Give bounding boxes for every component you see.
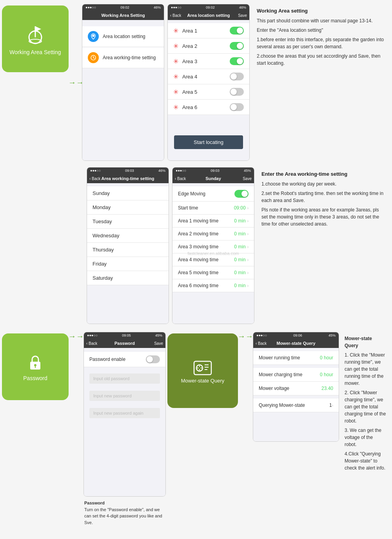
- mower-desc: Mower-state Query 1. Click the "Mower ru…: [341, 332, 390, 477]
- mower-voltage-label: Mower voltage: [259, 386, 321, 391]
- status-bar-s2p1: ●●●○○ 09:03 46%: [87, 168, 169, 174]
- mower-running-value: 0 hour: [320, 355, 333, 361]
- chevron-icon3: ›: [247, 232, 249, 236]
- save-btn-pw[interactable]: Save: [154, 341, 163, 346]
- arrow-icon: →→: [68, 78, 84, 87]
- area-item-3[interactable]: ✳ Area 3: [168, 54, 249, 69]
- area-item-4[interactable]: ✳ Area 4: [168, 69, 249, 84]
- section2: ●●●○○ 09:03 46% ‹ Back Area working-time…: [0, 165, 392, 328]
- day-thursday[interactable]: Thursday: [87, 243, 169, 257]
- phone-body-s2p2: Edge Moving Start time 09:00 › Area 1 mo…: [172, 183, 254, 324]
- nav-bar-s2p1: ‹ Back Area working-time setting: [87, 174, 169, 183]
- day-wednesday[interactable]: Wednesday: [87, 229, 169, 243]
- phone1-section2: ●●●○○ 09:03 46% ‹ Back Area working-time…: [87, 167, 169, 324]
- mower-desc-p1: 1. Click the "Mower running time", we ca…: [345, 351, 386, 387]
- carrier2: ●●●○○: [171, 5, 181, 9]
- nav-title-s2p2: Sunday: [205, 176, 221, 181]
- day-tuesday[interactable]: Tuesday: [87, 215, 169, 229]
- area3-time-row[interactable]: Area 3 moving time 0 min ›: [172, 240, 254, 253]
- area6-time-row[interactable]: Area 6 moving time 0 min ›: [172, 279, 254, 292]
- start-locating-button[interactable]: Start locating: [174, 135, 243, 149]
- mower-tile-label: Mower-state Query: [181, 378, 225, 384]
- svg-point-4: [92, 35, 94, 37]
- area4-time-row[interactable]: Area 4 moving time 0 min ›: [172, 253, 254, 266]
- menu-item-area-time[interactable]: Area working-time setting: [82, 47, 164, 68]
- menu-item-area-location[interactable]: Area location setting: [82, 26, 164, 47]
- desc2-title: Enter the Area working-time setting: [261, 170, 386, 178]
- area1-time-value: 0 min: [234, 218, 245, 224]
- pw-desc-title: Password: [84, 501, 105, 505]
- phone-body: Area location setting Area working-time …: [82, 20, 164, 160]
- time: 09:05: [122, 333, 131, 337]
- area-item-2[interactable]: ✳ Area 2: [168, 38, 249, 54]
- chevron-mower: ›: [332, 403, 333, 408]
- area-label-2: Area 2: [182, 43, 230, 49]
- mower-voltage-row[interactable]: Mower voltage 23.40: [253, 382, 339, 395]
- back-btn-pw[interactable]: ‹ Back: [86, 341, 97, 346]
- password-tile-label: Password: [23, 375, 47, 381]
- chevron-icon6: ›: [247, 271, 249, 275]
- password-enable-row[interactable]: Password enable: [84, 352, 165, 367]
- area-star-3: ✳: [173, 58, 178, 65]
- section2-desc: Enter the Area working-time setting 1.ch…: [258, 167, 390, 324]
- area5-time-row[interactable]: Area 5 moving time 0 min ›: [172, 266, 254, 279]
- day-monday[interactable]: Monday: [87, 200, 169, 215]
- location-icon: [90, 33, 96, 40]
- carrier: ●●●○○: [256, 333, 267, 337]
- save-btn-s2p2[interactable]: Save: [243, 177, 252, 181]
- toggle-area-1[interactable]: [230, 27, 244, 35]
- toggle-area-3[interactable]: [230, 57, 244, 65]
- edge-moving-toggle[interactable]: [234, 190, 249, 198]
- desc2-p3: Pls note if the working areas are for ex…: [261, 206, 386, 228]
- area6-time-label: Area 6 moving time: [178, 283, 234, 288]
- old-password-input[interactable]: Input old password: [89, 373, 160, 384]
- area-item-5[interactable]: ✳ Area 5: [168, 84, 249, 100]
- new-password-again-input[interactable]: Input new password again: [89, 408, 160, 418]
- mower-desc-p4: 4.Click "Querying Mower-state" to check …: [345, 450, 386, 472]
- area-item-1[interactable]: ✳ Area 1: [168, 23, 249, 38]
- arrow-mower: →→: [240, 332, 251, 341]
- working-area-tile: Working Area Setting: [2, 5, 69, 72]
- area2-time-value: 0 min: [234, 231, 245, 237]
- new-password-input[interactable]: Input new password: [89, 391, 160, 401]
- nav-title2: Area location setting: [187, 13, 230, 18]
- edge-moving-row[interactable]: Edge Moving: [172, 186, 254, 202]
- mower-charging-time-row[interactable]: Mower charging time 0 hour: [253, 368, 339, 382]
- toggle-area-4[interactable]: [230, 73, 244, 80]
- section3: Password →→ ●●●○○ 09:05 45% ‹ Back Passw…: [0, 328, 392, 531]
- carrier: ●●●○○: [90, 169, 101, 173]
- chevron-icon7: ›: [247, 284, 249, 288]
- location-icon-circle: [88, 31, 99, 42]
- area1-time-row[interactable]: Area 1 moving time 0 min ›: [172, 215, 254, 228]
- toggle-area-5[interactable]: [230, 88, 244, 96]
- save-button[interactable]: Save: [238, 13, 247, 18]
- back-btn-s2p2[interactable]: ‹ Back: [175, 177, 186, 181]
- pw-desc-p1: Turn on the "Password enable", and we ca…: [84, 507, 162, 525]
- toggle-area-2[interactable]: [230, 42, 244, 50]
- chevron-icon: ›: [247, 206, 249, 210]
- querying-mower-state-row[interactable]: Querying Mower-state 1 ›: [253, 399, 339, 412]
- area-item-6[interactable]: ✳ Area 6: [168, 100, 249, 115]
- lock-icon: [25, 352, 45, 372]
- chevron-icon4: ›: [247, 245, 249, 249]
- day-saturday[interactable]: Saturday: [87, 271, 169, 285]
- start-time-row[interactable]: Start time 09:00 ›: [172, 202, 254, 215]
- day-sunday[interactable]: Sunday: [87, 186, 169, 200]
- area5-time-label: Area 5 moving time: [178, 270, 234, 275]
- day-friday[interactable]: Friday: [87, 257, 169, 271]
- back-btn-s2p1[interactable]: ‹ Back: [89, 177, 100, 181]
- back-btn-mower[interactable]: ‹ Back: [256, 341, 267, 346]
- nav-bar-pw: ‹ Back Password Save: [84, 339, 165, 348]
- carrier: ●●●○○: [87, 333, 98, 337]
- area2-time-row[interactable]: Area 2 moving time 0 min ›: [172, 228, 254, 240]
- nav-bar: Working Area Setting: [82, 11, 164, 20]
- back-button[interactable]: ‹ Back: [170, 13, 181, 18]
- querying-mower-label: Querying Mower-state: [259, 402, 329, 408]
- mower-running-time-row[interactable]: Mower running time 0 hour: [253, 351, 339, 365]
- time: 09:02: [120, 5, 129, 9]
- toggle-area-6[interactable]: [230, 103, 244, 111]
- desc-p4: 2.choose the areas that you set accordin…: [257, 53, 386, 67]
- pw-enable-toggle[interactable]: [146, 355, 160, 363]
- menu-item-label: Area location setting: [103, 34, 145, 39]
- section1-desc: Working Area setting This part should co…: [253, 4, 390, 161]
